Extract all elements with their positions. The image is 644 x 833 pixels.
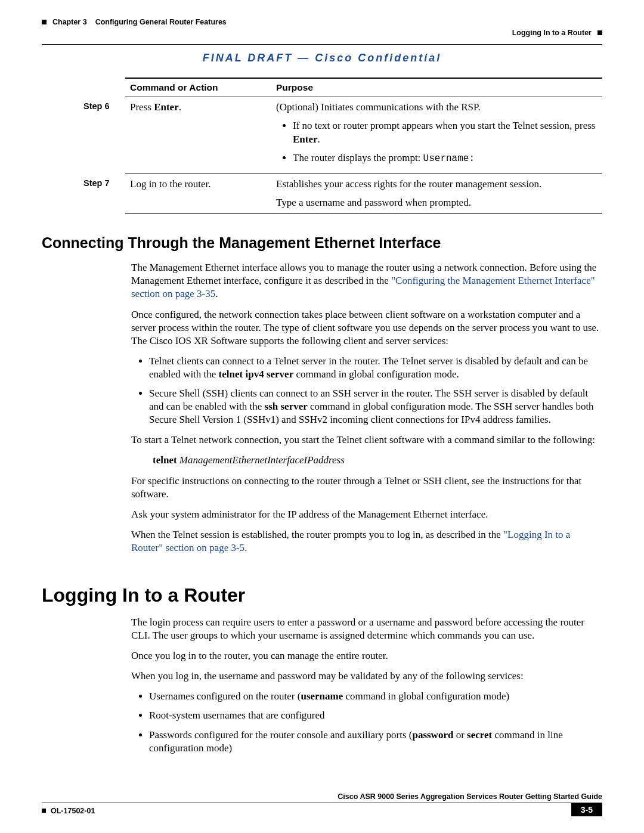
list-item: Root-system usernames that are configure… [149, 709, 602, 722]
purpose-lead: (Optional) Initiates communications with… [276, 101, 481, 113]
command-syntax: telnet ManagementEthernetInterfaceIPaddr… [153, 454, 602, 467]
header-rule [42, 44, 602, 45]
page-number: 3-5 [571, 803, 602, 816]
section-header-row: Logging In to a Router [42, 29, 602, 37]
header-square-icon [42, 20, 47, 24]
paragraph: To start a Telnet network connection, yo… [131, 433, 602, 447]
paragraph: Once configured, the network connection … [131, 308, 602, 348]
table-row: Step 7 Log in to the router. Establishes… [83, 174, 602, 214]
step-label: Step 6 [83, 97, 125, 174]
paragraph: When the Telnet session is established, … [131, 528, 602, 555]
list-item: Telnet clients can connect to a Telnet s… [149, 355, 602, 381]
heading-logging-in: Logging In to a Router [42, 584, 602, 606]
list-item: If no text or router prompt appears when… [293, 119, 597, 147]
page-footer: Cisco ASR 9000 Series Aggregation Servic… [42, 792, 602, 816]
draft-banner: FINAL DRAFT — Cisco Confidential [42, 52, 602, 64]
purpose-line: Type a username and password when prompt… [276, 196, 597, 210]
purpose-list: If no text or router prompt appears when… [293, 119, 597, 165]
chapter-label: Chapter 3 [52, 18, 87, 26]
chapter-title: Configuring General Router Features [95, 18, 227, 26]
footer-square-icon [42, 809, 46, 813]
paragraph: Ask your system administrator for the IP… [131, 508, 602, 521]
cell-action: Press Enter. [125, 97, 271, 174]
list-item: The router displays the prompt: Username… [293, 151, 597, 166]
footer-guide-title: Cisco ASR 9000 Series Aggregation Servic… [42, 792, 602, 801]
footer-ol: OL-17502-01 [42, 803, 571, 816]
list-item: Passwords configured for the router cons… [149, 729, 602, 755]
cell-purpose: (Optional) Initiates communications with… [271, 97, 602, 174]
paragraph: The login process can require users to e… [131, 616, 602, 642]
bullet-list: Telnet clients can connect to a Telnet s… [131, 355, 602, 426]
footer-ol-number: OL-17502-01 [51, 807, 95, 815]
paragraph: Once you log in to the router, you can m… [131, 649, 602, 662]
step-label: Step 7 [83, 174, 125, 214]
section-title: Logging In to a Router [512, 29, 592, 37]
section-body: The Management Ethernet interface allows… [131, 261, 602, 555]
table-header-row: Command or Action Purpose [83, 78, 602, 97]
header-square-icon [597, 30, 602, 35]
cell-purpose: Establishes your access rights for the r… [271, 174, 602, 214]
paragraph: When you log in, the username and passwo… [131, 670, 602, 683]
procedure-table: Command or Action Purpose Step 6 Press E… [83, 78, 602, 214]
col-command: Command or Action [125, 78, 271, 97]
list-item: Secure Shell (SSH) clients can connect t… [149, 387, 602, 426]
chapter-header: Chapter 3 Configuring General Router Fea… [42, 18, 602, 26]
purpose-line: Establishes your access rights for the r… [276, 178, 597, 191]
table-row: Step 6 Press Enter. (Optional) Initiates… [83, 97, 602, 174]
footer-bar: OL-17502-01 3-5 [42, 803, 602, 816]
paragraph: For specific instructions on connecting … [131, 475, 602, 501]
section-body: The login process can require users to e… [131, 616, 602, 755]
cell-action: Log in to the router. [125, 174, 271, 214]
paragraph: The Management Ethernet interface allows… [131, 261, 602, 301]
list-item: Usernames configured on the router (user… [149, 690, 602, 703]
bullet-list: Usernames configured on the router (user… [131, 690, 602, 754]
heading-connecting: Connecting Through the Management Ethern… [42, 234, 602, 252]
col-purpose: Purpose [271, 78, 602, 97]
